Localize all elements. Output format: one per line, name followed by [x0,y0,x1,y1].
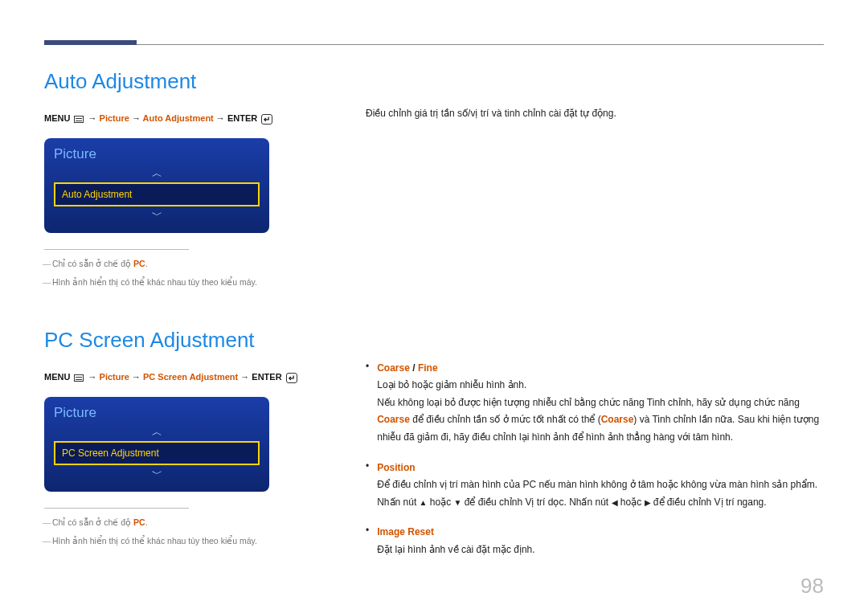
imagereset-label: Image Reset [377,526,434,537]
bullet-position: • Position Để điều chỉnh vị trí màn hình… [366,460,824,512]
header-accent-bar [44,40,137,45]
bullet-dot: • [366,524,369,558]
coarse-inline2: Coarse [601,414,634,425]
menu-label: MENU [44,113,70,123]
osd-selected-item[interactable]: PC Screen Adjustment [54,441,260,465]
note1-prefix: Chỉ có sẵn ở chế độ [52,517,133,527]
position-body2c: để điều chỉnh Vị trí dọc. Nhấn nút [461,497,611,508]
section2-title: PC Screen Adjustment [44,328,321,353]
notes-divider-1 [44,249,189,250]
osd-selected-item[interactable]: Auto Adjustment [54,182,260,206]
triangle-up-icon: ▲ [420,498,428,507]
menu-path-item: Auto Adjustment [143,113,214,123]
enter-icon: ↵ [261,114,272,125]
enter-icon: ↵ [286,373,297,383]
position-body2d: hoặc [618,497,645,508]
osd-panel-2: Picture ︿ PC Screen Adjustment ﹀ [44,397,269,492]
section1-description: Điều chỉnh giá trị tần số/vị trí và tinh… [366,105,824,123]
position-body2e: để điều chỉnh Vị trí ngang. [651,497,767,508]
bullet-coarse-fine: • Coarse / Fine Loại bỏ hoặc giảm nhiễu … [366,360,824,447]
note1-pc: PC [133,259,145,268]
bullet-dot: • [366,460,369,512]
note1-pc: PC [133,517,145,527]
note-display-vary-2: Hình ảnh hiển thị có thể khác nhau tùy t… [44,535,321,548]
position-body2a: Nhấn nút [377,497,419,508]
osd-up-arrow[interactable]: ︿ [54,167,260,180]
imagereset-body: Đặt lại hình ảnh về cài đặt mặc định. [377,544,534,555]
menu-path-item: PC Screen Adjustment [143,372,238,382]
coarse-inline1: Coarse [377,414,410,425]
triangle-right-icon: ▶ [645,498,651,507]
triangle-left-icon: ◀ [612,498,618,507]
menu-icon [74,374,84,382]
section1-title: Auto Adjustment [44,69,321,94]
coarse-body2a: Nếu không loại bỏ được hiện tượng nhiễu … [377,397,800,408]
section1-menu-path: MENU → Picture → Auto Adjustment → ENTER… [44,112,321,126]
menu-label: MENU [44,372,70,382]
menu-path-picture: Picture [100,372,129,382]
enter-label: ENTER [252,372,281,382]
coarse-sep: / [410,362,418,374]
osd-down-arrow[interactable]: ﹀ [54,209,260,222]
menu-path-picture: Picture [100,113,129,123]
coarse-label: Coarse [377,362,410,374]
left-column: Auto Adjustment MENU → Picture → Auto Ad… [44,69,321,572]
osd-title: Picture [54,405,260,421]
right-column: Điều chỉnh giá trị tần số/vị trí và tinh… [366,69,824,572]
position-body2b: hoặc [427,497,453,508]
fine-label: Fine [418,362,438,374]
enter-label: ENTER [227,113,257,123]
note-pc-mode-2: Chỉ có sẵn ở chế độ PC. [44,517,321,529]
notes-divider-2 [44,508,189,509]
coarse-body2b: để điều chỉnh tần số ở mức tốt nhất có t… [410,414,601,425]
osd-panel-1: Picture ︿ Auto Adjustment ﹀ [44,138,269,233]
osd-down-arrow[interactable]: ﹀ [54,468,260,480]
triangle-down-icon: ▼ [454,498,462,507]
bullet-dot: • [366,360,369,447]
note-pc-mode-1: Chỉ có sẵn ở chế độ PC. [44,258,321,271]
page-number: 98 [800,574,824,599]
section2-details: • Coarse / Fine Loại bỏ hoặc giảm nhiễu … [366,360,824,559]
osd-title: Picture [54,146,260,162]
note-display-vary-1: Hình ảnh hiển thị có thể khác nhau tùy t… [44,276,321,289]
section2-menu-path: MENU → Picture → PC Screen Adjustment → … [44,370,321,385]
header-rule [44,44,824,45]
bullet-list: • Coarse / Fine Loại bỏ hoặc giảm nhiễu … [366,360,824,559]
coarse-body1: Loại bỏ hoặc giảm nhiễu hình ảnh. [377,379,526,390]
menu-icon [74,116,84,123]
position-label: Position [377,462,415,473]
position-body1: Để điều chỉnh vị trí màn hình của PC nếu… [377,479,817,490]
bullet-image-reset: • Image Reset Đặt lại hình ảnh về cài đặ… [366,524,824,558]
note1-prefix: Chỉ có sẵn ở chế độ [52,259,133,268]
page-columns: Auto Adjustment MENU → Picture → Auto Ad… [44,69,824,572]
osd-up-arrow[interactable]: ︿ [54,426,260,439]
